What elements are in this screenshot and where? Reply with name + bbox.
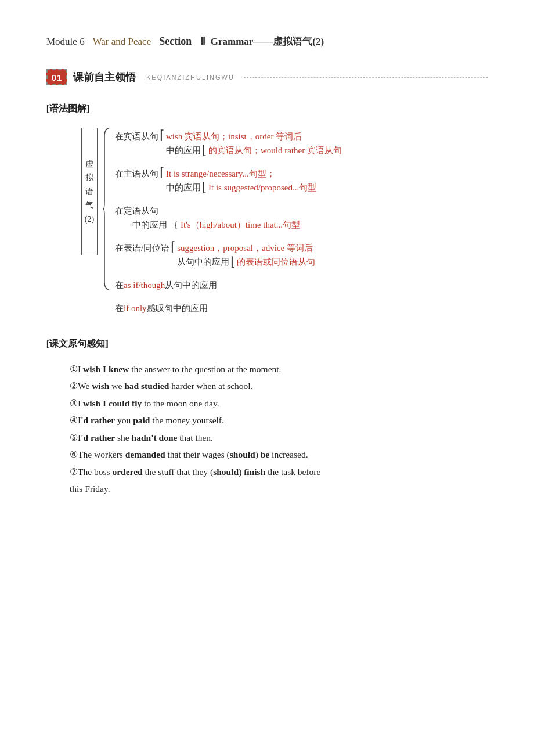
- section-subtitle: KEQIANZIZHULINGWU: [146, 74, 234, 81]
- vert-label-box: 虚 拟 语 气 (2): [81, 128, 98, 255]
- section-title: 课前自主领悟: [73, 70, 136, 84]
- sentence-3: ③I wish I could fly to the moon one day.: [70, 395, 488, 412]
- big-brace: [102, 128, 113, 290]
- grammar-label: Grammar——虚拟语气(2): [211, 35, 324, 48]
- sentence-6: ⑥The workers demanded that their wages (…: [70, 446, 488, 463]
- s2-bold2: had studied: [124, 381, 169, 391]
- vert-char-5: (2): [85, 213, 94, 226]
- item1-sub2: 的宾语从句；would rather 宾语从句: [208, 143, 342, 157]
- item2-suffix: 中的应用: [166, 181, 201, 195]
- s1-num: ①: [70, 364, 78, 374]
- s7-num: ⑦: [70, 467, 78, 477]
- item3-prefix: 在定语从句: [115, 204, 158, 218]
- roman-numeral: Ⅱ: [197, 35, 211, 48]
- s6-bold2: should: [230, 449, 255, 459]
- item4-suffix: 从句中的应用: [177, 255, 229, 269]
- item2-sub2: It is suggested/proposed...句型: [208, 181, 316, 195]
- s1-bold: wish I knew: [83, 364, 129, 374]
- grammar-diagram: 虚 拟 语 气 (2) 在宾语从句 ⌈ wish 宾语从句；insist，ord…: [81, 128, 488, 317]
- item5-text: 在: [115, 278, 124, 292]
- sentence-list: ①I wish I knew the answer to the questio…: [70, 361, 488, 480]
- last-sentence: this Friday.: [70, 480, 488, 497]
- item1-suffix: 中的应用: [166, 143, 201, 157]
- section-divider: [244, 77, 488, 78]
- diagram-item-3: 在定语从句 中的应用 ｛ It's（high/about）time that..…: [115, 202, 488, 233]
- s2-num: ②: [70, 381, 78, 391]
- s5-bold2: hadn't done: [132, 433, 178, 442]
- grammar-diagram-heading: [语法图解]: [46, 103, 488, 115]
- s7-bold3: finish: [244, 467, 265, 477]
- s4-num: ④: [70, 415, 78, 425]
- item1-prefix: 在宾语从句: [115, 129, 158, 143]
- s7-bold1: ordered: [112, 467, 142, 477]
- vert-char-3: 语: [85, 185, 93, 199]
- s5-bold1: 'd rather: [81, 433, 115, 442]
- item6-en: if only: [124, 301, 147, 315]
- sentence-7: ⑦The boss ordered the stuff that they (s…: [70, 463, 488, 480]
- item3-suffix: 中的应用: [132, 218, 167, 232]
- module-label: Module 6: [46, 36, 85, 48]
- item1-sub1: wish 宾语从句；insist，order 等词后: [166, 129, 342, 143]
- section-bar: 01 课前自主领悟 KEQIANZIZHULINGWU: [46, 69, 488, 85]
- item4-prefix: 在表语/同位语: [115, 241, 169, 255]
- item4-sub2: 的表语或同位语从句: [237, 255, 315, 269]
- s7-bold2: should: [213, 467, 239, 477]
- item3-mid: It's（high/about）time that...句型: [181, 218, 300, 232]
- diagram-item-5: 在 as if/though 从句中的应用: [115, 276, 488, 294]
- item2-prefix: 在主语从句: [115, 167, 158, 181]
- s4-bold2: paid: [133, 415, 150, 425]
- diagram-item-1: 在宾语从句 ⌈ wish 宾语从句；insist，order 等词后 中的应用 …: [115, 128, 488, 159]
- item6-text: 在: [115, 301, 124, 315]
- section-label: Section: [159, 35, 192, 48]
- sentences-heading: [课文原句感知]: [46, 338, 488, 350]
- vert-char-1: 虚: [85, 157, 93, 171]
- diagram-item-2: 在主语从句 ⌈ It is strange/necessary...句型； 中的…: [115, 165, 488, 196]
- sentence-2: ②We wish we had studied harder when at s…: [70, 377, 488, 394]
- section-number: 01: [46, 69, 67, 85]
- s3-bold: wish I could fly: [83, 398, 142, 408]
- sentence-5: ⑤I'd rather she hadn't done that then.: [70, 429, 488, 446]
- vert-char-4: 气: [85, 199, 93, 213]
- sentence-4: ④I'd rather you paid the money yourself.: [70, 412, 488, 429]
- item4-sub1: suggestion，proposal，advice 等词后: [177, 241, 315, 255]
- s3-num: ③: [70, 398, 78, 408]
- s6-bold1: demanded: [125, 449, 165, 459]
- s6-num: ⑥: [70, 449, 78, 459]
- s6-bold3: be: [261, 449, 270, 459]
- war-peace-label: War and Peace: [93, 36, 151, 48]
- item2-sub1: It is strange/necessary...句型；: [166, 167, 316, 181]
- page-header: Module 6 War and Peace Section Ⅱ Grammar…: [46, 35, 488, 48]
- item5-en: as if/though: [124, 278, 165, 292]
- s5-num: ⑤: [70, 433, 78, 442]
- diagram-item-4: 在表语/同位语 ⌈ suggestion，proposal，advice 等词后…: [115, 239, 488, 271]
- s2-bold1: wish: [92, 381, 109, 391]
- sentence-1: ①I wish I knew the answer to the questio…: [70, 361, 488, 377]
- s4-bold1: 'd rather: [81, 415, 115, 425]
- vert-char-2: 拟: [85, 171, 93, 185]
- diagram-lines: 在宾语从句 ⌈ wish 宾语从句；insist，order 等词后 中的应用 …: [115, 128, 488, 317]
- diagram-item-6: 在 if only 感叹句中的应用: [115, 300, 488, 317]
